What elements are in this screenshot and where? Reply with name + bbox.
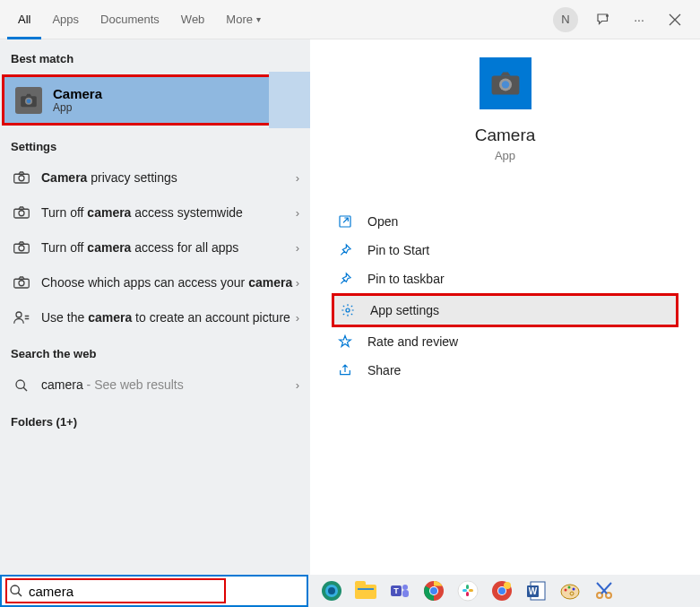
svg-point-47 [568,586,571,589]
bestmatch-sub: App [53,101,102,114]
chevron-right-icon: › [296,206,299,220]
action-share[interactable]: Share [332,356,700,385]
pin-start-icon [335,243,355,257]
pin-taskbar-icon [335,272,355,286]
taskbar-explorer-icon[interactable] [353,578,378,603]
chevron-right-icon: › [296,378,299,392]
open-icon [335,214,355,229]
web-result[interactable]: camera - See web results › [0,368,310,403]
svg-point-22 [328,587,335,594]
settings-result[interactable]: Camera privacy settings› [0,160,310,195]
svg-point-0 [606,14,609,17]
more-icon[interactable]: ··· [625,5,653,34]
svg-point-48 [573,588,575,591]
tab-web[interactable]: Web [170,0,216,39]
action-label: Share [367,363,401,377]
action-label: Rate and review [367,334,458,349]
section-head-settings: Settings [0,127,310,160]
action-settings[interactable]: App settings [332,293,678,327]
taskbar-chrome2-icon[interactable] [489,578,514,603]
setting-label: Turn off camera access systemwide [41,204,296,221]
bestmatch-result[interactable]: Camera App [2,74,307,126]
svg-point-40 [498,587,506,594]
settings-result[interactable]: Use the camera to create an account pict… [0,300,310,335]
taskbar-word-icon[interactable]: W [523,578,549,603]
svg-point-11 [19,281,24,286]
section-head-web: Search the web [0,334,310,368]
svg-point-7 [19,211,24,216]
camera-icon [11,276,32,289]
svg-point-49 [570,592,574,595]
results-panel: Best match Camera App Settings Camera pr… [0,39,310,575]
settings-result[interactable]: Turn off camera access for all apps› [0,230,310,265]
svg-point-16 [501,81,508,88]
svg-point-32 [430,587,437,594]
action-label: App settings [370,303,439,317]
search-input[interactable] [29,584,299,599]
setting-label: Turn off camera access for all apps [41,239,296,256]
svg-point-3 [27,99,31,103]
taskbar-snip-icon[interactable] [592,578,617,603]
chevron-right-icon: › [296,276,299,290]
settings-result[interactable]: Choose which apps can access your camera… [0,265,310,300]
section-head-folders: Folders (1+) [0,403,310,436]
svg-rect-23 [355,585,376,599]
search-icon [11,378,32,393]
feedback-icon[interactable] [589,5,618,34]
action-label: Pin to taskbar [367,272,445,286]
web-term: camera [41,377,83,392]
taskbar-slack-icon[interactable] [455,578,480,603]
setting-label: Camera privacy settings [41,169,296,186]
section-head-bestmatch: Best match [0,39,310,73]
taskbar-teams-icon[interactable]: T [387,578,412,603]
web-suffix: - See web results [83,377,184,392]
taskbar-chrome-icon[interactable] [421,578,446,603]
taskbar-edge-icon[interactable] [319,578,344,603]
svg-point-13 [16,380,24,388]
action-pin-taskbar[interactable]: Pin to taskbar [332,264,700,293]
camera-icon [15,87,42,114]
tab-all[interactable]: All [7,0,41,39]
action-star[interactable]: Rate and review [332,327,700,356]
chevron-right-icon: › [296,311,299,325]
person-icon [11,310,32,325]
avatar[interactable]: N [553,7,578,32]
detail-title: Camera [310,126,700,145]
share-icon [335,363,355,377]
svg-point-18 [346,308,350,312]
svg-point-28 [402,585,408,590]
svg-rect-25 [358,588,374,590]
svg-point-5 [19,176,24,181]
action-label: Open [367,214,398,229]
svg-point-33 [458,581,478,601]
camera-icon [11,171,32,184]
svg-text:T: T [393,586,399,595]
svg-rect-36 [466,585,469,589]
action-pin-start[interactable]: Pin to Start [332,236,700,264]
setting-label: Use the camera to create an account pict… [41,309,296,326]
svg-text:W: W [529,586,538,596]
search-box[interactable] [0,575,308,607]
detail-sub: App [310,149,700,162]
taskbar-paint-icon[interactable] [557,578,583,603]
svg-point-19 [11,585,19,594]
close-icon[interactable] [661,5,689,34]
svg-point-46 [565,589,567,592]
search-icon [9,584,23,598]
camera-icon [11,241,32,254]
svg-point-41 [504,582,511,589]
chevron-right-icon: › [296,241,299,255]
taskbar: T W [0,575,700,607]
camera-icon [11,206,32,219]
svg-rect-35 [469,589,473,592]
action-open[interactable]: Open [332,207,700,236]
svg-rect-34 [462,589,467,592]
svg-rect-29 [402,590,409,597]
tab-more[interactable]: More▾ [215,0,272,39]
svg-point-12 [16,312,22,317]
tab-documents[interactable]: Documents [90,0,170,39]
tab-apps[interactable]: Apps [41,0,90,39]
svg-point-9 [19,246,24,251]
settings-result[interactable]: Turn off camera access systemwide› [0,195,310,230]
settings-icon [338,303,358,317]
